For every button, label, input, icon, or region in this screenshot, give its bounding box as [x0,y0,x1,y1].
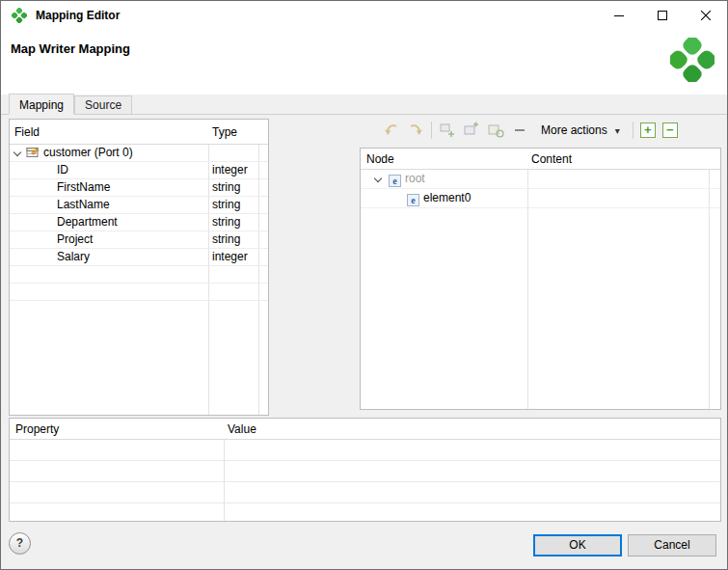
mapping-editor-dialog: Mapping Editor Map Writer Mapping [0,0,728,570]
field-row[interactable]: Department string [10,214,268,231]
node-table-header: Node Content [361,149,720,170]
mapping-toolbar: More actions ▾ + − [360,117,721,144]
type-column-header: Type [212,120,237,145]
field-name: Project [57,232,93,246]
field-name: Department [57,215,118,229]
element-icon: e [389,175,401,187]
dialog-heading: Map Writer Mapping [11,41,130,56]
collapse-all-button[interactable]: − [662,122,678,138]
element-icon: e [407,194,419,206]
empty-row [10,461,720,482]
field-name: FirstName [57,180,110,194]
field-row[interactable]: Project string [10,231,268,249]
tab-mapping[interactable]: Mapping [9,94,74,115]
field-name: Salary [57,250,90,263]
remove-icon[interactable] [511,122,528,139]
add-child-element-icon[interactable] [439,122,456,139]
tab-bar: Mapping Source [1,95,727,115]
cancel-button[interactable]: Cancel [628,534,716,556]
field-group-row[interactable]: customer (Port 0) [10,145,268,162]
field-name: LastName [57,198,110,211]
field-row[interactable]: Salary integer [10,249,268,266]
maximize-button[interactable] [640,1,684,30]
field-type: string [212,214,240,231]
property-table: Property Value [9,418,721,522]
field-row[interactable]: ID integer [10,162,268,179]
field-type: integer [212,162,248,178]
field-table: Field Type customer (Port 0) ID integer … [9,119,269,416]
add-element-icon[interactable] [463,122,480,139]
window-controls [597,1,727,30]
field-name: ID [57,163,68,176]
tab-source[interactable]: Source [74,95,132,114]
toolbar-separator [431,122,432,139]
field-type: string [212,179,240,196]
map-left-arrow-icon[interactable] [383,122,400,139]
ok-button[interactable]: OK [533,534,622,556]
metadata-record-icon [26,146,40,159]
empty-row [10,440,720,461]
node-label: element0 [423,191,471,204]
field-row[interactable]: LastName string [10,197,268,214]
dropdown-arrow-icon: ▾ [615,125,620,136]
field-type: string [212,197,240,213]
field-row[interactable]: FirstName string [10,179,268,197]
value-column-header: Value [228,419,256,440]
tree-expander-icon[interactable] [13,149,21,156]
tree-expander-icon[interactable] [374,175,382,182]
expand-all-button[interactable]: + [640,122,656,138]
more-actions-label: More actions [541,123,607,137]
map-right-arrow-icon[interactable] [407,122,424,139]
more-actions-button[interactable]: More actions ▾ [535,121,626,140]
empty-row [10,482,720,503]
toolbar-separator [633,122,634,139]
node-label: root [405,172,425,185]
field-table-header: Field Type [10,120,268,145]
field-column-header: Field [14,120,40,145]
dialog-header: Map Writer Mapping [1,30,727,95]
field-type: integer [212,249,248,265]
empty-row [10,284,268,301]
clover-logo-icon [670,38,715,82]
content-column-header: Content [531,149,572,170]
property-column-header: Property [15,419,59,440]
titlebar: Mapping Editor [1,1,727,30]
node-row-element0[interactable]: eelement0 [361,189,720,208]
node-column-header: Node [366,149,394,170]
minimize-button[interactable] [597,1,640,30]
help-button[interactable]: ? [9,532,31,555]
field-group-label: customer (Port 0) [43,146,133,159]
node-row-root[interactable]: eroot [361,170,720,189]
field-type: string [212,231,240,248]
add-attribute-icon[interactable] [487,122,504,139]
window-title: Mapping Editor [36,1,120,30]
empty-row [10,266,268,284]
close-button[interactable] [684,1,727,30]
node-table: Node Content eroot eelement0 [360,148,721,410]
property-table-header: Property Value [10,419,720,440]
app-clover-icon [12,8,27,23]
